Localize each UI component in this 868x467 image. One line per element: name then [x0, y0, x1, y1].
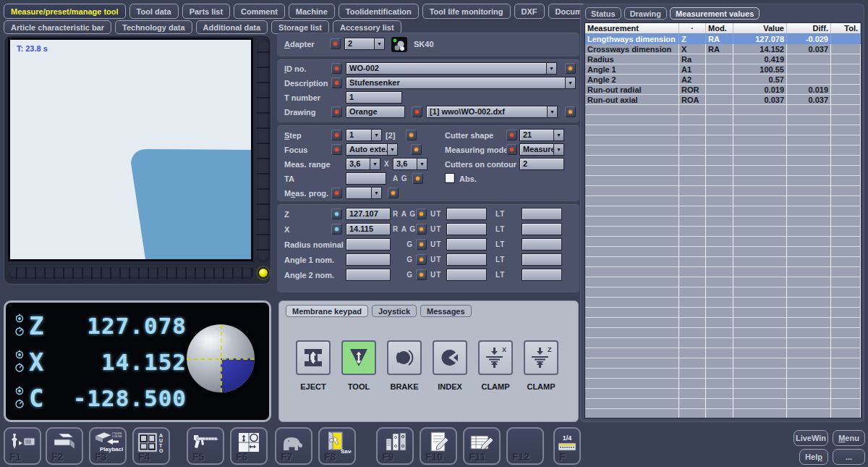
table-row-empty[interactable]	[585, 135, 861, 146]
angle2-nominal-field[interactable]	[346, 269, 391, 281]
clamp-z-button[interactable]: Z	[524, 340, 558, 375]
description-led[interactable]	[331, 77, 342, 88]
cutter-shape-led[interactable]	[506, 130, 517, 140]
fkey-shift-level[interactable]: 1/4 F	[553, 427, 581, 465]
chevron-down-icon[interactable]: ▼	[553, 129, 564, 141]
step-select[interactable]: 1▼	[346, 129, 382, 141]
fkey-f8[interactable]: Save F8	[318, 427, 356, 465]
livewin-button[interactable]: LiveWin	[793, 430, 828, 446]
abs-checkbox[interactable]	[445, 173, 455, 183]
angle1-nominal-field[interactable]	[346, 253, 391, 266]
x-led[interactable]	[331, 224, 342, 235]
table-row-empty[interactable]	[585, 247, 861, 257]
menu-button[interactable]: Menu	[833, 430, 865, 446]
x-lt-field[interactable]	[522, 223, 562, 235]
focus-select[interactable]: Auto exte...▼	[346, 143, 398, 156]
cutters-on-contour-field[interactable]: 2	[519, 158, 564, 170]
meas-prog-select[interactable]: ▼	[346, 187, 382, 199]
drawing-led-right[interactable]	[565, 106, 576, 117]
step-led-left[interactable]	[331, 130, 342, 140]
measuring-mode-led[interactable]	[506, 144, 517, 155]
table-row-empty[interactable]	[585, 105, 861, 115]
focus-led-left[interactable]	[331, 144, 342, 155]
table-row[interactable]: Crossways dimension X RA 14.152 0.037	[585, 44, 861, 54]
z-lt-field[interactable]	[522, 208, 562, 220]
table-row-empty[interactable]	[585, 196, 861, 206]
table-row-empty[interactable]	[585, 409, 861, 418]
table-row-empty[interactable]	[585, 308, 861, 318]
fkey-f6[interactable]: F6	[230, 427, 268, 465]
fkey-f3[interactable]: 7 16.876 5 18.234 Playback F3	[89, 427, 127, 465]
x-ut-field[interactable]	[446, 223, 487, 235]
focus-led-right[interactable]	[411, 144, 422, 155]
horizontal-axis-slider[interactable]	[8, 266, 254, 279]
table-row-empty[interactable]	[585, 267, 861, 277]
chevron-down-icon[interactable]: ▼	[417, 158, 427, 170]
fkey-f7[interactable]: F7	[275, 427, 312, 465]
table-row-empty[interactable]	[585, 206, 861, 216]
table-row-empty[interactable]	[585, 146, 861, 156]
z-led[interactable]	[331, 209, 342, 219]
eject-button[interactable]	[296, 340, 331, 375]
table-row-empty[interactable]	[585, 338, 861, 348]
meas-range-x-select[interactable]: 3,6▼	[346, 158, 380, 170]
x-nominal-field[interactable]: 14.115	[346, 223, 391, 235]
chevron-down-icon[interactable]: ▼	[553, 143, 564, 156]
tool-button[interactable]	[341, 340, 376, 375]
table-row-empty[interactable]	[585, 358, 861, 369]
table-row[interactable]: Run-out axial ROA 0.037 0.037	[585, 95, 861, 105]
more-button[interactable]: ...	[833, 449, 865, 465]
table-row-selected[interactable]: Lengthways dimension Z RA 127.078 -0.029	[585, 34, 861, 44]
tab-tool-life-monitoring[interactable]: Tool life monitoring	[422, 4, 511, 19]
tab-machine[interactable]: Machine	[289, 4, 335, 19]
adapter-select[interactable]: 2▼	[344, 38, 385, 50]
tab-measure-preset-manage-tool[interactable]: Measure/preset/manage tool	[4, 4, 126, 19]
table-row[interactable]: Radius Ra 0.419	[585, 54, 861, 64]
tab-membrane-keypad[interactable]: Membrane keypad	[286, 305, 368, 317]
angle1-led-right[interactable]	[416, 254, 427, 265]
table-row-empty[interactable]	[585, 216, 861, 227]
table-row[interactable]: Angle 1 A1 100.55	[585, 64, 861, 75]
angle1-ut-field[interactable]	[446, 253, 487, 266]
tab-article-characteristic-bar[interactable]: Article characteristic bar	[4, 20, 111, 34]
table-row-empty[interactable]	[585, 328, 861, 338]
z-nominal-field[interactable]: 127.107	[346, 208, 391, 220]
tab-toolidentification[interactable]: Toolidentification	[339, 4, 419, 19]
meas-prog-led-right[interactable]	[388, 188, 399, 198]
meas-prog-led-left[interactable]	[331, 188, 342, 198]
tab-technology-data[interactable]: Technology data	[115, 20, 192, 34]
step-led-right[interactable]	[406, 130, 417, 140]
fkey-f5[interactable]: F5	[187, 427, 224, 465]
t-number-field[interactable]: 1	[346, 91, 402, 104]
fkey-f12[interactable]: F12	[506, 427, 544, 465]
drawing-led-left[interactable]	[331, 106, 342, 117]
tab-parts-list[interactable]: Parts list	[182, 4, 230, 19]
table-row-empty[interactable]	[585, 166, 861, 176]
fkey-f2[interactable]: F2	[46, 427, 83, 465]
tab-comment[interactable]: Comment	[234, 4, 285, 19]
table-row[interactable]: Run-out radial ROR 0.019 0.019	[585, 85, 861, 95]
radius-led-right[interactable]	[416, 239, 427, 250]
brake-button[interactable]	[387, 340, 422, 375]
table-row-empty[interactable]	[585, 186, 861, 196]
table-row-empty[interactable]	[585, 298, 861, 308]
chevron-down-icon[interactable]: ▼	[374, 38, 385, 50]
table-row-empty[interactable]	[585, 257, 861, 267]
table-row-empty[interactable]	[585, 379, 861, 389]
table-row-empty[interactable]	[585, 227, 861, 237]
tab-status[interactable]: Status	[585, 7, 621, 20]
table-row[interactable]: Angle 2 A2 0.57	[585, 75, 861, 85]
table-row-empty[interactable]	[585, 287, 861, 298]
table-row-empty[interactable]	[585, 399, 861, 409]
drawing-color-field[interactable]: Orange	[346, 106, 405, 118]
drawing-led-mid[interactable]	[412, 106, 422, 117]
angle2-ut-field[interactable]	[446, 269, 487, 281]
drawing-file-select[interactable]: [1] wwo\WO-002.dxf▼	[426, 106, 558, 118]
chevron-down-icon[interactable]: ▼	[371, 187, 382, 199]
light-led-button[interactable]	[258, 267, 269, 279]
chevron-down-icon[interactable]: ▼	[547, 106, 558, 118]
angle2-lt-field[interactable]	[522, 269, 562, 281]
chevron-down-icon[interactable]: ▼	[371, 129, 382, 141]
tab-measurement-values[interactable]: Measurement values	[670, 7, 760, 20]
fkey-f10[interactable]: F10	[420, 427, 457, 465]
